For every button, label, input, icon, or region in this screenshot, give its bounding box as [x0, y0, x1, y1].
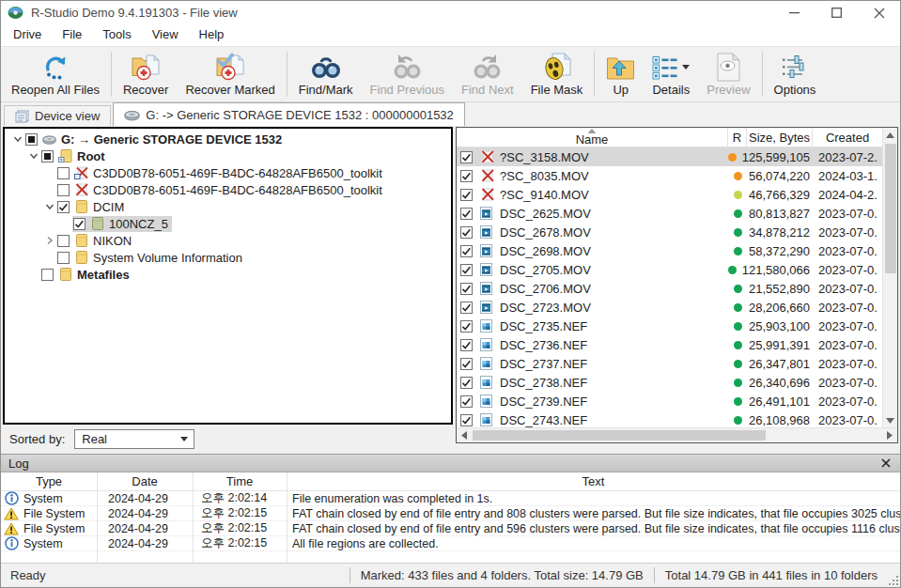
file-row-dsc-2705-mov[interactable]: DSC_2705.MOV121,580,0662023-07-0. — [457, 260, 882, 279]
checkbox-checked[interactable] — [73, 218, 85, 230]
column-header-created[interactable]: Created — [813, 128, 882, 147]
preview-icon — [716, 52, 740, 83]
file-row-dsc-2737-nef[interactable]: DSC_2737.NEF26,347,8012023-07-0. — [457, 354, 882, 373]
scroll-right-icon[interactable] — [887, 431, 893, 440]
checkbox-checked[interactable] — [460, 226, 473, 239]
file-list-body: ?SC_3158.MOV125,599,1052023-07-2.?SC_803… — [457, 147, 897, 442]
toolbar-button-up[interactable]: Up — [598, 48, 644, 101]
tree-item-content: Root — [40, 148, 109, 164]
menu-file[interactable]: File — [52, 25, 92, 45]
log-column-date[interactable]: Date — [97, 474, 193, 488]
tree-item-c3dd0b78-6051-469f-b4dc-64828a[interactable]: C3DD0B78-6051-469F-B4DC-64828AFB6500_too… — [5, 181, 451, 198]
column-header-size[interactable]: Size, Bytes — [747, 128, 813, 147]
checkbox-unchecked[interactable] — [57, 167, 70, 179]
maximize-button[interactable] — [816, 1, 858, 24]
log-row[interactable]: File System2024-04-29오후 2:02:15FAT chain… — [1, 506, 900, 521]
sorted-by-dropdown[interactable]: Real — [74, 429, 194, 449]
file-row-sc-9140-mov[interactable]: ?SC_9140.MOV46,766,3292024-04-2. — [457, 185, 882, 204]
chevron-down-icon[interactable] — [42, 202, 56, 211]
checkbox-checked[interactable] — [460, 245, 473, 257]
log-column-type[interactable]: Type — [1, 474, 97, 488]
checkbox-unchecked[interactable] — [57, 252, 70, 264]
checkbox-checked[interactable] — [460, 395, 473, 408]
toolbar-button-recover[interactable]: Recover — [115, 48, 177, 101]
scroll-left-icon[interactable] — [461, 431, 467, 440]
checkbox-checked[interactable] — [460, 283, 473, 295]
tree-item-100ncz-5[interactable]: 100NCZ_5 — [5, 215, 451, 232]
close-icon[interactable] — [879, 456, 893, 470]
menu-drive[interactable]: Drive — [3, 25, 52, 45]
checkbox-checked[interactable] — [460, 320, 473, 333]
tree-item-root[interactable]: Root — [5, 147, 451, 164]
file-row-dsc-2723-mov[interactable]: DSC_2723.MOV28,206,6602023-07-0. — [457, 298, 882, 317]
column-header-recovery[interactable]: R — [728, 128, 747, 147]
checkbox-checked[interactable] — [460, 189, 473, 201]
toolbar-button-details[interactable]: Details — [644, 48, 698, 101]
menu-help[interactable]: Help — [189, 25, 235, 45]
scrollbar-thumb[interactable] — [885, 144, 896, 273]
file-row-sc-8035-mov[interactable]: ?SC_8035.MOV56,074,2202024-03-1. — [457, 166, 882, 185]
file-row-dsc-2698-mov[interactable]: DSC_2698.MOV58,372,2902023-07-0. — [457, 241, 882, 260]
resize-grip-icon[interactable] — [888, 575, 899, 586]
chevron-right-icon[interactable] — [42, 236, 56, 245]
menu-tools[interactable]: Tools — [92, 25, 141, 45]
checkbox-partial[interactable] — [25, 133, 38, 146]
column-header-name[interactable]: Name — [457, 128, 728, 147]
scrollbar-thumb[interactable] — [473, 430, 766, 441]
file-row-dsc-2706-mov[interactable]: DSC_2706.MOV21,552,8902023-07-0. — [457, 279, 882, 298]
file-row-dsc-2738-nef[interactable]: DSC_2738.NEF26,340,6962023-07-0. — [457, 373, 882, 392]
toolbar-button-reopen-all-files[interactable]: Reopen All Files — [3, 48, 108, 101]
horizontal-scrollbar[interactable] — [457, 427, 897, 442]
tree-item-nikon[interactable]: NIKON — [5, 232, 451, 249]
checkbox-checked[interactable] — [460, 151, 473, 163]
tree-item-g-generic-storage-device-1532[interactable]: G: → Generic STORAGE DEVICE 1532 — [5, 131, 451, 147]
checkbox-checked[interactable] — [57, 201, 70, 213]
log-column-text[interactable]: Text — [287, 474, 900, 488]
menu-view[interactable]: View — [142, 25, 189, 45]
toolbar-button-options[interactable]: Options — [766, 48, 825, 101]
tab-g-generic-storage-device-1532-00[interactable]: G: -> Generic STORAGE DEVICE 1532 : 0000… — [113, 102, 464, 126]
checkbox-checked[interactable] — [460, 339, 473, 351]
file-row-dsc-2739-nef[interactable]: DSC_2739.NEF26,491,1012023-07-0. — [457, 392, 882, 410]
chevron-down-icon[interactable] — [180, 437, 194, 441]
tree-item-system-volume-information[interactable]: System Volume Information — [5, 249, 451, 266]
scroll-up-icon[interactable] — [886, 128, 894, 142]
checkbox-checked[interactable] — [460, 208, 473, 220]
file-row-dsc-2736-nef[interactable]: DSC_2736.NEF25,991,3912023-07-0. — [457, 335, 882, 354]
scroll-down-icon[interactable] — [886, 413, 894, 427]
checkbox-checked[interactable] — [460, 377, 473, 389]
tree-item-metafiles[interactable]: Metafiles — [5, 266, 451, 283]
chevron-down-icon[interactable] — [10, 134, 24, 144]
file-row-dsc-2743-nef[interactable]: DSC_2743.NEF26,108,9682023-07-0. — [457, 410, 882, 429]
close-button[interactable] — [858, 1, 900, 24]
toolbar-button-find-mark[interactable]: Find/Mark — [290, 48, 362, 101]
chevron-down-icon[interactable] — [26, 151, 40, 161]
log-column-time[interactable]: Time — [193, 474, 287, 488]
checkbox-checked[interactable] — [460, 264, 473, 276]
checkbox-checked[interactable] — [460, 302, 473, 314]
checkbox-checked[interactable] — [460, 170, 473, 182]
file-row-dsc-2678-mov[interactable]: DSC_2678.MOV34,878,2122023-07-0. — [457, 223, 882, 241]
checkbox-checked[interactable] — [460, 414, 473, 426]
toolbar-button-recover-marked[interactable]: Recover Marked — [177, 48, 283, 101]
vertical-scrollbar[interactable] — [882, 128, 897, 427]
checkbox-checked[interactable] — [460, 358, 473, 370]
log-row[interactable]: System2024-04-29오후 2:02:15All file regio… — [1, 536, 900, 551]
file-row-dsc-2735-nef[interactable]: DSC_2735.NEF25,903,1002023-07-0. — [457, 317, 882, 335]
log-time-cell: 오후 2:02:15 — [193, 505, 287, 521]
checkbox-unchecked[interactable] — [57, 184, 70, 196]
checkbox-unchecked[interactable] — [57, 235, 70, 247]
tree-item-dcim[interactable]: DCIM — [5, 198, 451, 215]
log-row[interactable]: System2024-04-29오후 2:02:14File enumerati… — [1, 491, 900, 506]
file-row-dsc-2625-mov[interactable]: DSC_2625.MOV80,813,8272023-07-0. — [457, 204, 882, 223]
file-row-sc-3158-mov[interactable]: ?SC_3158.MOV125,599,1052023-07-2. — [457, 147, 882, 166]
minimize-button[interactable] — [773, 1, 816, 24]
info-icon — [4, 536, 19, 550]
dropdown-caret-icon[interactable] — [682, 65, 690, 70]
log-row[interactable]: File System2024-04-29오후 2:02:15FAT chain… — [1, 521, 900, 536]
tree-item-c3dd0b78-6051-469f-b4dc-64828a[interactable]: C3DD0B78-6051-469F-B4DC-64828AFB6500_too… — [5, 164, 451, 181]
toolbar-button-file-mask[interactable]: File Mask — [522, 48, 592, 101]
checkbox-unchecked[interactable] — [41, 269, 54, 281]
checkbox-partial[interactable] — [41, 150, 54, 162]
tab-device-view[interactable]: Device view — [4, 105, 111, 126]
